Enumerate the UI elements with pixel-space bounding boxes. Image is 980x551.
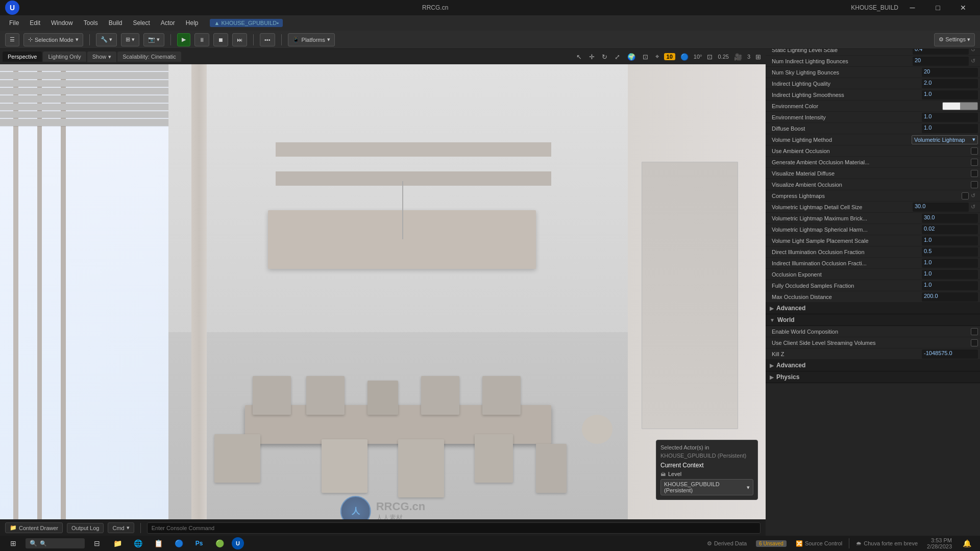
settings-row-8[interactable]: Volume Lighting MethodVolumetric Lightma…	[766, 134, 980, 145]
console-input[interactable]	[147, 522, 761, 534]
settings-value-17[interactable]: 1.0	[922, 236, 978, 245]
notifications-icon[interactable]: 🔔	[959, 536, 975, 551]
datetime-status[interactable]: 3:53 PM 2/28/2023	[924, 536, 954, 550]
menu-select[interactable]: Select	[129, 18, 154, 28]
world-row-2[interactable]: Kill Z-1048575.0	[766, 348, 980, 360]
menu-build[interactable]: Build	[105, 18, 127, 28]
snap-icon[interactable]: ⌖	[653, 52, 661, 62]
windows-icon[interactable]: ⊞	[5, 536, 21, 551]
rotate-icon[interactable]: ↻	[600, 52, 609, 62]
settings-row-11[interactable]: Visualize Material Diffuse	[766, 168, 980, 179]
output-log-button[interactable]: Output Log	[67, 523, 104, 533]
pause-button[interactable]: ⏸	[194, 33, 209, 46]
cursor-icon[interactable]: ↖	[574, 52, 584, 62]
scale-icon[interactable]: ⤢	[612, 52, 622, 62]
settings-value-6[interactable]: 1.0	[922, 113, 978, 122]
angle-icon[interactable]: 🔵	[678, 52, 691, 62]
settings-value-3[interactable]: 2.0	[922, 79, 978, 88]
settings-value-16[interactable]: 0.02	[922, 225, 978, 234]
skip-button[interactable]: ⏭	[232, 33, 247, 46]
source-control-status[interactable]: 🔀 Source Control	[793, 539, 845, 548]
app2-icon[interactable]: 🔵	[170, 536, 187, 551]
settings-row-12[interactable]: Visualize Ambient Occlusion	[766, 179, 980, 190]
grid-button[interactable]: ⊞ ▾	[121, 33, 139, 46]
settings-row-5[interactable]: Environment Color	[766, 101, 980, 112]
menu-tools[interactable]: Tools	[80, 18, 102, 28]
settings-row-19[interactable]: Indirect Illumination Occlusion Fracti..…	[766, 258, 980, 269]
settings-value-20[interactable]: 1.0	[922, 270, 978, 279]
explorer-icon[interactable]: 📁	[109, 536, 126, 551]
world-advanced-section-header[interactable]: ▶ Advanced	[766, 360, 980, 371]
viewport[interactable]: 人 RRCG.cn 人人素材 Selected Actor(s) in KHOU…	[0, 64, 766, 551]
menu-file[interactable]: File	[5, 18, 23, 28]
settings-value-1[interactable]: 20	[913, 57, 969, 66]
platforms-button[interactable]: 📱 Platforms ▾	[288, 33, 335, 46]
settings-button[interactable]: ⚙ Settings ▾	[934, 33, 975, 46]
advanced-section-header[interactable]: ▶ Advanced	[766, 303, 980, 314]
stop-button[interactable]: ⏹	[213, 33, 228, 46]
context-dropdown[interactable]: KHOUSE_GPUBUILD (Persistent) ▾	[660, 479, 753, 495]
translate-icon[interactable]: ✛	[587, 52, 597, 62]
more-options[interactable]: •••	[260, 33, 275, 46]
grid-size-num[interactable]: 10	[664, 53, 675, 60]
weather-status[interactable]: 🌧 Chuva forte em breve	[853, 539, 920, 547]
scalability-tab[interactable]: Scalability: Cinematic	[117, 52, 181, 62]
settings-row-6[interactable]: Environment Intensity1.0	[766, 112, 980, 123]
world-checkbox-1[interactable]	[971, 339, 978, 346]
ue-taskbar-icon[interactable]: U	[232, 537, 244, 549]
selection-mode-button[interactable]: ⊹ Selection Mode ▾	[23, 33, 83, 46]
settings-row-20[interactable]: Occlusion Exponent1.0	[766, 269, 980, 280]
minimize-button[interactable]: ─	[901, 0, 924, 15]
settings-row-9[interactable]: Use Ambient Occlusion	[766, 145, 980, 157]
settings-reset-13[interactable]: ↺	[971, 192, 978, 199]
settings-value-18[interactable]: 0.5	[922, 247, 978, 257]
settings-row-3[interactable]: Indirect Lighting Quality2.0	[766, 78, 980, 89]
cmd-button[interactable]: Cmd ▾	[108, 522, 134, 533]
menu-toggle[interactable]: ☰	[5, 33, 19, 46]
settings-row-13[interactable]: Compress Lightmaps↺	[766, 190, 980, 202]
world-checkbox-0[interactable]	[971, 328, 978, 335]
settings-row-1[interactable]: Num Indirect Lighting Bounces20↺	[766, 56, 980, 67]
settings-row-10[interactable]: Generate Ambient Occlusion Material...	[766, 157, 980, 168]
settings-value-2[interactable]: 20	[922, 68, 978, 77]
world-section-header[interactable]: ▼ World	[766, 314, 980, 326]
settings-value-14[interactable]: 30.0	[913, 203, 969, 212]
world-row-0[interactable]: Enable World Composition	[766, 326, 980, 337]
settings-checkbox-13[interactable]	[962, 192, 969, 199]
menu-window[interactable]: Window	[47, 18, 77, 28]
show-tab[interactable]: Show ▾	[87, 52, 117, 62]
content-drawer-button[interactable]: 📁 Content Drawer	[5, 522, 63, 533]
settings-checkbox-11[interactable]	[971, 170, 978, 177]
settings-checkbox-12[interactable]	[971, 181, 978, 188]
settings-row-14[interactable]: Volumetric Lightmap Detail Cell Size30.0…	[766, 202, 980, 213]
settings-dropdown-8[interactable]: Volumetric Lightmap▾	[912, 135, 978, 144]
physics-section-header[interactable]: ▶ Physics	[766, 371, 980, 383]
lighting-only-tab[interactable]: Lighting Only	[43, 52, 86, 62]
world-row-1[interactable]: Use Client Side Level Streaming Volumes	[766, 337, 980, 348]
play-button[interactable]: ▶	[177, 33, 190, 46]
windows-search[interactable]: 🔍	[26, 538, 85, 548]
taskview-icon[interactable]: ⊟	[89, 536, 105, 551]
settings-row-17[interactable]: Volume Light Sample Placement Scale1.0	[766, 235, 980, 246]
menu-help[interactable]: Help	[182, 18, 203, 28]
settings-value-21[interactable]: 1.0	[922, 281, 978, 290]
browser-icon[interactable]: 🌐	[130, 536, 146, 551]
world-icon[interactable]: 🌍	[625, 52, 638, 62]
app3-icon[interactable]: 🟢	[211, 536, 228, 551]
menu-actor[interactable]: Actor	[157, 18, 179, 28]
settings-row-22[interactable]: Max Occlusion Distance200.0	[766, 291, 980, 303]
settings-value-22[interactable]: 200.0	[922, 292, 978, 302]
ps-icon[interactable]: Ps	[191, 536, 207, 551]
settings-checkbox-10[interactable]	[971, 159, 978, 166]
menu-edit[interactable]: Edit	[26, 18, 44, 28]
settings-row-18[interactable]: Direct Illumination Occlusion Fraction0.…	[766, 246, 980, 258]
scale2-icon[interactable]: ⊡	[705, 52, 715, 62]
snap-button[interactable]: 🔧 ▾	[96, 33, 117, 46]
camera-button[interactable]: 📷 ▾	[143, 33, 164, 46]
close-button[interactable]: ✕	[952, 0, 975, 15]
camera-num-icon[interactable]: 🎥	[732, 52, 744, 62]
unsaved-status[interactable]: 6 Unsaved	[753, 539, 789, 548]
settings-value-4[interactable]: 1.0	[922, 90, 978, 99]
settings-row-16[interactable]: Volumetric Lightmap Spherical Harm...0.0…	[766, 224, 980, 235]
settings-reset-14[interactable]: ↺	[971, 204, 978, 210]
